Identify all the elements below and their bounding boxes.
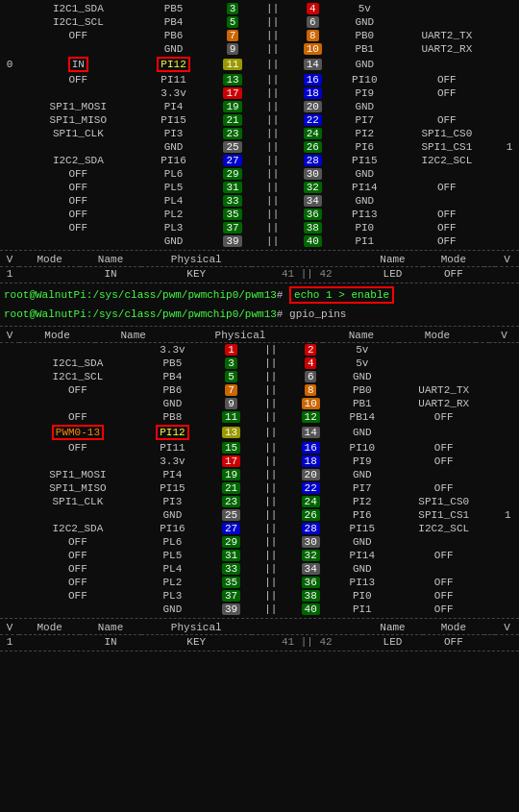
table-row: GND 39 || 40 PI1 OFF: [0, 603, 519, 616]
table-row: GND 39 || 40 PI1 OFF: [0, 234, 519, 248]
name-left: PB5: [137, 2, 210, 15]
table-row: GND 25 || 26 PI6 SPI1_CS1 1: [0, 140, 519, 154]
table-row: OFF PL4 33 || 34 GND: [0, 194, 519, 208]
header-row-3: V Mode Name Physical Name Mode V: [0, 621, 519, 635]
cmd-hash-2: # gpio_pins: [277, 308, 347, 320]
table-row: SPI1_CLK PI3 23 || 24 PI2 SPI1_CS0: [0, 495, 519, 508]
gpio-table-2: 3.3v 1 || 2 5v I2C1_SDA PB5 3 || 4 5v: [0, 343, 519, 616]
phys-right: 4: [290, 2, 335, 15]
table-row: 3.3v 17 || 18 PI9 OFF: [0, 86, 519, 100]
table-row: OFF PB8 11 || 12 PB14 OFF: [0, 410, 519, 424]
command-line-1: root@WalnutPi:/sys/class/pwm/pwmchip0/pw…: [0, 285, 519, 305]
table-row: I2C1_SDA PB5 3 || 4 5v: [0, 357, 519, 370]
table-row: OFF PL6 29 || 30 GND: [0, 535, 519, 549]
v-col-r: [500, 2, 519, 15]
pi12-badge: PI12: [157, 57, 189, 72]
pi12-badge-2: PI12: [156, 425, 188, 440]
table-row: I2C1_SCL PB4 5 || 6 GND: [0, 15, 519, 29]
gpio-table-1: I2C1_SDA PB5 3 || 4 5v I2C1_SCL PB4 5 ||…: [0, 2, 519, 248]
path-1: /sys/class/pwm/pwmchip0/pwm13: [92, 289, 276, 301]
v-col: [0, 2, 19, 15]
table-row: SPI1_MOSI PI4 19 || 20 GND: [0, 100, 519, 113]
table-row: OFF PL4 33 || 34 GND: [0, 562, 519, 576]
phys-left: 3: [210, 2, 255, 15]
table-row: OFF PL3 37 || 38 PI0 OFF: [0, 589, 519, 603]
table-row: OFF PI11 13 || 16 PI10 OFF: [0, 73, 519, 86]
gpio-header-1: V Mode Name Physical Name Mode V 1 IN KE…: [0, 253, 519, 281]
mode-left: I2C1_SDA: [19, 2, 137, 15]
header-row: V Mode Name Physical Name Mode V: [0, 253, 519, 267]
table-row: SPI1_CLK PI3 23 || 24 PI2 SPI1_CS0: [0, 127, 519, 140]
table-row: OFF PL2 35 || 36 PI13 OFF: [0, 576, 519, 589]
table-row: SPI1_MISO PI15 21 || 22 PI7 OFF: [0, 481, 519, 495]
table-row: OFF PI11 15 || 16 PI10 OFF: [0, 441, 519, 455]
table-row: GND 25 || 26 PI6 SPI1_CS1 1: [0, 508, 519, 522]
cmd-hash: #: [277, 289, 289, 301]
table-row: OFF PL6 29 || 30 GND: [0, 167, 519, 181]
table-row: I2C1_SCL PB4 5 || 6 GND: [0, 370, 519, 383]
divider-1: [0, 250, 519, 251]
name-right: 5v: [335, 2, 394, 15]
header-row-2: V Mode Name Physical Name Mode V: [0, 329, 519, 343]
divider-5: [0, 651, 519, 652]
table-row: SPI1_MOSI PI4 19 || 20 GND: [0, 468, 519, 481]
sep: ||: [256, 2, 290, 15]
prompt-2: root@WalnutPi:: [4, 308, 92, 320]
table-row-highlighted-1: 0 IN PI12 11 || 14 GND: [0, 56, 519, 73]
table-row: OFF PB6 7 || 8 PB0 UART2_TX: [0, 383, 519, 397]
table-row: 3.3v 1 || 2 5v: [0, 343, 519, 357]
table-row: I2C1_SDA PB5 3 || 4 5v: [0, 2, 519, 15]
table-row: SPI1_MISO PI15 21 || 22 PI7 OFF: [0, 113, 519, 127]
table-row-highlighted-2: PWM0-13 PI12 13 || 14 GND: [0, 424, 519, 441]
footer-row-1: 1 IN KEY 41 || 42 LED OFF: [0, 267, 519, 281]
table-row: OFF PL2 35 || 36 PI13 OFF: [0, 208, 519, 221]
gpio-footer-2: V Mode Name Physical Name Mode V 1 IN KE…: [0, 621, 519, 649]
table-row: GND 9 || 10 PB1 UART2_RX: [0, 42, 519, 56]
command-line-2: root@WalnutPi:/sys/class/pwm/pwmchip0/pw…: [0, 305, 519, 324]
divider-4: [0, 618, 519, 619]
table-row: OFF PL3 37 || 38 PI0 OFF: [0, 221, 519, 234]
table-row: GND 9 || 10 PB1 UART2_RX: [0, 397, 519, 410]
table-row: OFF PL5 31 || 32 PI14 OFF: [0, 549, 519, 562]
divider-2: [0, 283, 519, 283]
table-row: 3.3v 17 || 18 PI9 OFF: [0, 455, 519, 468]
mode-right: [394, 2, 500, 15]
in-badge: IN: [68, 57, 88, 72]
table-row: I2C2_SDA PI16 27 || 28 PI15 I2C2_SCL: [0, 522, 519, 535]
gpio-header-2: V Mode Name Physical Name Mode V: [0, 329, 519, 343]
footer-row-2: 1 IN KEY 41 || 42 LED OFF: [0, 635, 519, 649]
echo-cmd-highlight: echo 1 > enable: [289, 286, 394, 304]
path-2: /sys/class/pwm/pwmchip0/pwm13: [92, 308, 276, 320]
prompt-1: root@WalnutPi:: [4, 289, 92, 301]
table-row: OFF PB6 7 || 8 PB0 UART2_TX: [0, 29, 519, 42]
pwm-badge: PWM0-13: [52, 425, 104, 440]
table-row: OFF PL5 31 || 32 PI14 OFF: [0, 181, 519, 194]
table-row: I2C2_SDA PI16 27 || 28 PI15 I2C2_SCL: [0, 154, 519, 167]
terminal: I2C1_SDA PB5 3 || 4 5v I2C1_SCL PB4 5 ||…: [0, 0, 519, 655]
divider-3: [0, 326, 519, 327]
